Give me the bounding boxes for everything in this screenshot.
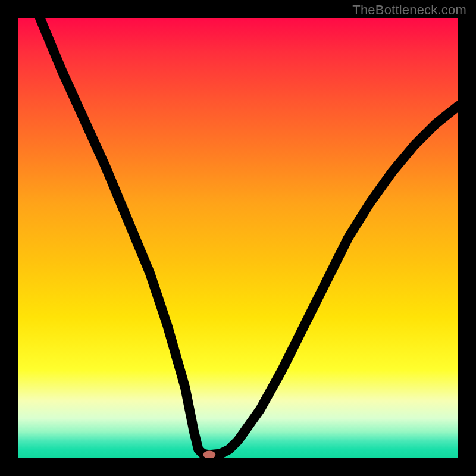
chart-frame: TheBottleneck.com xyxy=(0,0,476,476)
watermark-text: TheBottleneck.com xyxy=(352,2,466,18)
optimum-marker xyxy=(203,450,216,458)
marker-layer xyxy=(18,18,458,458)
plot-area xyxy=(18,18,458,458)
